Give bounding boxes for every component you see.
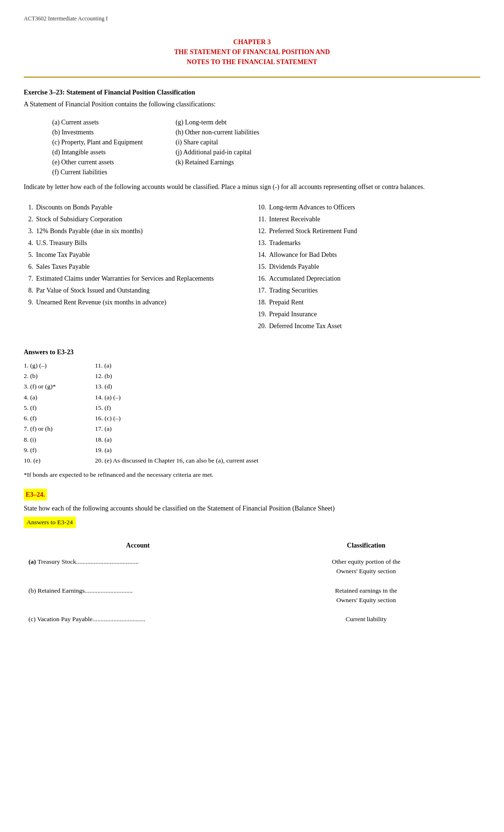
list-item: 13. Trademarks (257, 238, 480, 248)
answer-left: 8. (i) (24, 435, 90, 444)
exercise-323-heading: Statement of Financial Position Classifi… (65, 89, 195, 96)
item-text: Discounts on Bonds Payable (36, 202, 112, 212)
e324-table: Account Classification (a) Treasury Stoc… (24, 539, 480, 629)
item-num: 16. (257, 274, 266, 284)
item-num: 7. (24, 274, 33, 284)
item-num: 18. (257, 297, 266, 307)
exercise-323-label: Exercise 3–23: (24, 89, 65, 96)
list-item: 16. Accumulated Depreciation (257, 274, 480, 284)
answer-right: 13. (d) (95, 382, 480, 391)
list-item: 15. Dividends Payable (257, 262, 480, 272)
item-text: U.S. Treasury Bills (36, 238, 87, 248)
item-num: 12. (257, 226, 266, 236)
list-item: (a) Current assets (52, 117, 176, 127)
account-dots: ................................. (93, 615, 145, 623)
list-item: 2. Stock of Subsidiary Corporation (24, 214, 247, 224)
account-dots: .............................. (84, 587, 132, 594)
col-header-account: Account (24, 539, 252, 552)
list-item: 17. Trading Securities (257, 285, 480, 295)
list-item: 9. Unearned Rent Revenue (six months in … (24, 297, 247, 307)
item-num: 17. (257, 285, 266, 295)
list-item: (e) Other current assets (52, 157, 176, 167)
item-num: 13. (257, 238, 266, 248)
classification-col-right: (g) Long-term debt (h) Other non-current… (176, 117, 480, 177)
course-header: ACT3602 Intermediate Accounting I (24, 14, 480, 23)
list-item: (d) Intangible assets (52, 147, 176, 157)
list-item: 8. Par Value of Stock Issued and Outstan… (24, 285, 247, 295)
numbered-col-left: 1. Discounts on Bonds Payable 2. Stock o… (24, 202, 247, 333)
exercise-323-instructions: Indicate by letter how each of the follo… (24, 182, 480, 192)
answer-right: 20. (e) As discussed in Chapter 16, can … (95, 456, 480, 465)
item-num: 10. (257, 202, 266, 212)
item-text: Stock of Subsidiary Corporation (36, 214, 122, 224)
table-row: (c) Vacation Pay Payable................… (24, 610, 480, 629)
classification-col-left: (a) Current assets (b) Investments (c) P… (52, 117, 176, 177)
item-text: Sales Taxes Payable (36, 262, 90, 272)
answer-left: 4. (a) (24, 393, 90, 402)
answer-right: 16. (c) (–) (95, 414, 480, 423)
item-text: Estimated Claims under Warranties for Se… (36, 274, 214, 284)
list-item: 4. U.S. Treasury Bills (24, 238, 247, 248)
list-item: (g) Long-term debt (176, 117, 480, 127)
table-row: (a) Treasury Stock......................… (24, 552, 480, 581)
classification-list: (a) Current assets (b) Investments (c) P… (52, 117, 480, 177)
item-num: 3. (24, 226, 33, 236)
answers-324-label: Answers to E3-24 (24, 517, 76, 528)
answer-right: 12. (b) (95, 371, 480, 381)
answer-left: 9. (f) (24, 445, 90, 455)
answer-right: 14. (a) (–) (95, 393, 480, 402)
answer-right: 19. (a) (95, 445, 480, 455)
account-cell: (c) Vacation Pay Payable................… (24, 610, 252, 629)
account-cell: (a) Treasury Stock......................… (24, 552, 252, 581)
list-item: (b) Investments (52, 127, 176, 137)
item-text: Prepaid Insurance (269, 309, 317, 319)
classification-cell: Retained earnings in theOwners' Equity s… (252, 581, 480, 610)
answer-right: 11. (a) (95, 361, 480, 370)
list-item: 11. Interest Receivable (257, 214, 480, 224)
numbered-items-container: 1. Discounts on Bonds Payable 2. Stock o… (24, 202, 480, 333)
item-num: 19. (257, 309, 266, 319)
classification-cell: Other equity portion of theOwners' Equit… (252, 552, 480, 581)
item-num: 14. (257, 250, 266, 260)
items-left-list: 1. Discounts on Bonds Payable 2. Stock o… (24, 202, 247, 307)
account-text: Retained Earnings (37, 587, 84, 594)
item-num: 1. (24, 202, 33, 212)
list-item: 5. Income Tax Payable (24, 250, 247, 260)
item-num: 15. (257, 262, 266, 272)
item-num: 2. (24, 214, 33, 224)
list-item: (j) Additional paid-in capital (176, 147, 480, 157)
answer-left: 1. (g) (–) (24, 361, 90, 370)
chapter-heading: CHAPTER 3 THE STATEMENT OF FINANCIAL POS… (24, 37, 480, 67)
item-text: Trademarks (269, 238, 300, 248)
answers-323-title: Answers to E3-23 (24, 347, 480, 357)
item-num: 4. (24, 238, 33, 248)
account-prefix: (c) (28, 615, 36, 623)
answer-right: 17. (a) (95, 424, 480, 434)
numbered-col-right: 10. Long-term Advances to Officers 11. I… (257, 202, 480, 333)
answer-left: 6. (f) (24, 414, 90, 423)
list-item: (c) Property, Plant and Equipment (52, 137, 176, 147)
item-text: Accumulated Depreciation (269, 274, 340, 284)
table-row: (b) Retained Earnings...................… (24, 581, 480, 610)
chapter-divider (24, 76, 480, 78)
items-right-list: 10. Long-term Advances to Officers 11. I… (257, 202, 480, 331)
account-text: Treasury Stock (37, 558, 76, 565)
list-item: 10. Long-term Advances to Officers (257, 202, 480, 212)
item-text: Income Tax Payable (36, 250, 90, 260)
account-prefix: (b) (28, 587, 36, 594)
item-num: 8. (24, 285, 33, 295)
list-item: 20. Deferred Income Tax Asset (257, 321, 480, 331)
item-text: Allowance for Bad Debts (269, 250, 337, 260)
answer-left: 3. (f) or (g)* (24, 382, 90, 391)
item-text: 12% Bonds Payable (due in six months) (36, 226, 143, 236)
answer-right: 15. (f) (95, 403, 480, 413)
item-text: Prepaid Rent (269, 297, 304, 307)
item-num: 20. (257, 321, 266, 331)
item-num: 9. (24, 297, 33, 307)
answer-left: 7. (f) or (h) (24, 424, 90, 434)
exercise-323-title: Exercise 3–23: Statement of Financial Po… (24, 87, 480, 97)
item-text: Par Value of Stock Issued and Outstandin… (36, 285, 149, 295)
list-item: 1. Discounts on Bonds Payable (24, 202, 247, 212)
list-item: 18. Prepaid Rent (257, 297, 480, 307)
col-header-classification: Classification (252, 539, 480, 552)
